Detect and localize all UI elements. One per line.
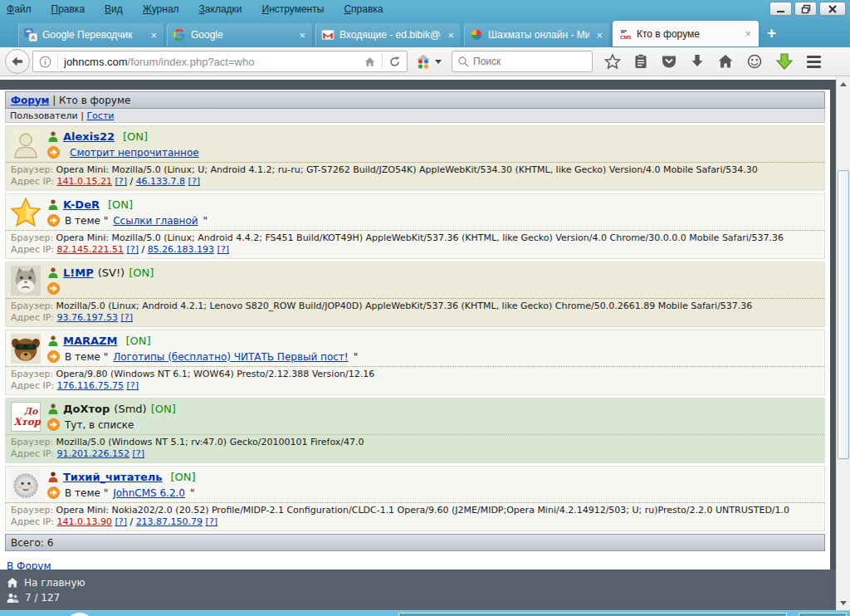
clipboard-icon[interactable] [633,53,648,70]
menu-bar: Файл Правка Вид Журнал Закладки Инструме… [0,0,850,18]
taskbar-button[interactable] [398,613,787,616]
tab-close-icon[interactable]: × [743,27,753,40]
ip-whois-link[interactable]: [?] [121,312,133,323]
scrollbar-down-button[interactable] [837,596,850,609]
subnav-guests-link[interactable]: Гости [86,110,114,121]
new-tab-button[interactable]: + [767,23,776,43]
menu-history[interactable]: Журнал [143,3,179,15]
status-link[interactable]: Ссылки главной [113,215,198,227]
site-right-border [830,80,836,610]
footer-home-row[interactable]: На главную [7,575,836,590]
username-link[interactable]: MARAZM [63,335,117,347]
avatar-dohtor-logo: ДоХтор [11,402,41,432]
chevron-down-icon[interactable] [435,60,442,64]
status-text: " [190,487,195,499]
username-link[interactable]: L!MP [63,266,94,279]
close-button[interactable] [819,2,846,16]
ip-line: Адрес IP: 82.145.221.51 [?] / 85.26.183.… [11,244,819,256]
ip-link[interactable]: 85.26.183.193 [148,244,214,255]
scrollbar-thumb[interactable] [838,170,849,459]
page-title: Кто в форуме [59,95,130,106]
browser-line: Браузер: Opera Mini: Mozilla/5.0 (Linux;… [11,164,819,176]
menu-hamburger-button[interactable] [807,56,821,68]
site-footer: На главную 7 / 127 [0,570,836,610]
username-link[interactable]: K-DeR [63,198,100,211]
reader-home-icon[interactable] [364,56,376,68]
savefrom-green-arrow-icon[interactable] [775,52,794,71]
menu-tools[interactable]: Инструменты [262,3,325,15]
restore-button[interactable] [794,2,817,16]
tab-who-in-forum-active[interactable]: CMS Кто в форуме × [613,21,759,46]
menu-view[interactable]: Вид [105,3,123,15]
ip-link[interactable]: 176.116.75.75 [57,380,124,391]
scrollbar[interactable] [836,76,850,610]
back-button[interactable] [5,49,30,74]
status-link[interactable]: Логотипы (бесплатно) ЧИТАТЬ Первый пост! [113,351,348,363]
url-bar[interactable]: johncms.com/forum/index.php?act=who [32,51,408,72]
smiley-extension-icon[interactable] [746,53,763,70]
username-link[interactable]: Alexis22 [63,130,115,143]
extension-speed-dial[interactable] [415,53,442,70]
footer-home-link[interactable]: На главную [24,577,85,589]
status-link[interactable]: Смотрит непрочитанное [70,147,199,159]
ip-link[interactable]: 46.133.7.8 [136,176,185,187]
taskbar-strip [0,610,850,616]
taskbar-button[interactable] [799,613,847,616]
browser-user-agent: Mozilla/5.0 (Windows NT 5.1; rv:47.0) Ge… [56,437,364,447]
ip-link[interactable]: 141.0.13.90 [57,516,112,527]
tab-close-icon[interactable]: × [297,29,307,42]
pocket-icon[interactable] [661,53,677,70]
ip-whois-link[interactable]: [?] [206,516,217,527]
google-icon [173,28,186,42]
tab-chess-online[interactable]: Шахматы онлайн - Мин... × [464,23,610,46]
ip-whois-link[interactable]: [?] [127,244,139,255]
scrollbar-up-button[interactable] [837,77,850,90]
browser-line: Браузер: Mozilla/5.0 (Windows NT 5.1; rv… [11,437,819,448]
breadcrumb: Форум | Кто в форуме [5,91,825,109]
online-badge: [ON] [151,403,176,415]
reload-icon[interactable] [388,56,401,68]
ip-link[interactable]: 91.201.226.152 [57,448,129,459]
tab-google[interactable]: Google × [167,23,313,46]
site-info-icon[interactable] [39,56,51,68]
tab-gmail-inbox[interactable]: Входящие - ed.bibik@gm... × [315,23,462,46]
ip-link[interactable]: 93.76.197.53 [57,312,118,323]
browser-line: Браузер: Opera/9.80 (Windows NT 6.1; WOW… [11,369,819,380]
globe-icon [470,28,483,42]
urlbar-divider [382,54,383,69]
tab-close-icon[interactable]: × [446,29,456,42]
ip-whois-link[interactable]: [?] [133,448,144,459]
home-icon[interactable] [717,53,734,70]
ip-whois-link[interactable]: [?] [115,516,127,527]
ip-whois-link[interactable]: [?] [115,176,127,187]
bookmark-star-icon[interactable] [604,53,621,70]
ip-whois-link[interactable]: [?] [127,380,139,391]
ip-whois-link[interactable]: [?] [217,244,229,255]
search-box[interactable] [452,51,593,72]
close-icon [826,2,839,16]
ip-link[interactable]: 82.145.221.51 [57,244,124,255]
minimize-button[interactable] [769,2,792,16]
forum-link[interactable]: Форум [11,95,49,106]
johncms-icon: CMS [618,27,632,41]
start-orb-partial[interactable] [68,613,91,616]
tab-close-icon[interactable]: × [594,29,604,42]
ip-whois-link[interactable]: [?] [188,176,200,187]
tab-close-icon[interactable]: × [149,29,159,42]
download-icon[interactable] [690,53,705,70]
status-link[interactable]: JohnCMS 6.2.0 [113,487,185,499]
tab-google-translate[interactable]: Google Переводчик × [18,23,164,46]
avatar-grumpy-cat [11,266,41,296]
ip-link[interactable]: 141.0.15.21 [57,176,112,187]
menu-file[interactable]: Файл [7,3,32,15]
menu-help[interactable]: Справка [344,3,383,15]
arrow-down-icon [840,601,847,605]
browser-line: Браузер: Mozilla/5.0 (Linux; Android 4.2… [11,301,819,312]
search-icon [457,56,469,67]
username-link[interactable]: Тихий_читатель [63,471,163,483]
menu-bookmarks[interactable]: Закладки [199,3,242,15]
ip-link[interactable]: 213.87.150.79 [136,516,203,527]
colorful-home-icon [415,53,432,70]
menu-edit[interactable]: Правка [51,3,85,15]
search-input[interactable] [473,56,573,67]
